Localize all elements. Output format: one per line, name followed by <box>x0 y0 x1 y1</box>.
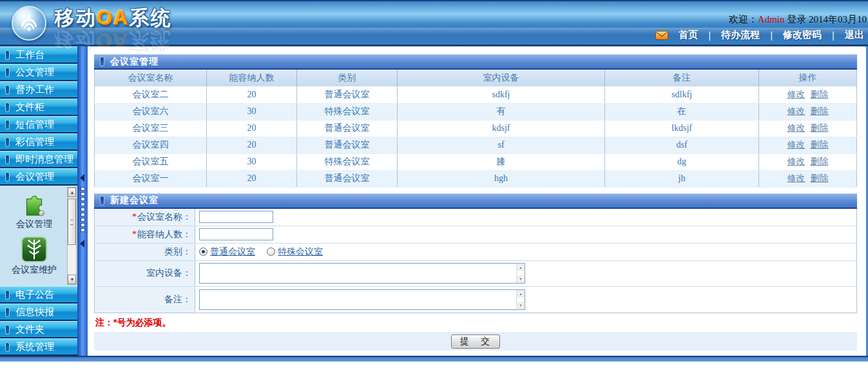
delete-link[interactable]: 删除 <box>811 156 829 166</box>
bullet-icon <box>5 102 10 112</box>
radio-label-special[interactable]: 特殊会议室 <box>278 246 323 258</box>
col-actions: 操作 <box>759 70 857 86</box>
sidebar-splitter[interactable] <box>77 46 88 356</box>
main-layout: 工作台 公文管理 督办工作 文件柜 短信管理 彩信管理 即时消息管理 会议管理 <box>0 46 868 356</box>
scroll-down-icon[interactable]: ▼ <box>517 276 524 282</box>
nav-home[interactable]: 首页 <box>679 29 698 41</box>
nav-separator: | <box>770 30 773 41</box>
logo-glyph <box>17 12 41 35</box>
form-row-capacity: *能容纳人数： <box>95 226 856 244</box>
submenu-item-meeting-mgmt[interactable]: 会议管理 <box>16 189 52 230</box>
submit-button[interactable]: 提 交 <box>451 334 500 349</box>
nav-separator: | <box>708 30 711 41</box>
welcome-login-label: 登录 <box>787 14 806 24</box>
app-title-reflection: 移动OA系统 <box>54 30 172 50</box>
bullet-icon <box>5 172 10 182</box>
table-row: 会议室二 20 普通会议室 sdkfj sdlkfj 修改删除 <box>95 86 857 103</box>
nav-change-password[interactable]: 修改密码 <box>783 29 822 41</box>
remark-textarea[interactable]: ▲ ▼ <box>199 289 525 310</box>
sidebar-item-label: 彩信管理 <box>15 136 54 148</box>
col-capacity: 能容纳人数 <box>207 70 297 86</box>
edit-link[interactable]: 修改 <box>787 173 805 183</box>
delete-link[interactable]: 删除 <box>811 106 829 116</box>
submenu-item-meeting-room-maintain[interactable]: 会议室维护 <box>12 237 57 276</box>
sidebar-item-label: 文件夹 <box>15 324 44 336</box>
sidebar-item-document-mgmt[interactable]: 公文管理 <box>0 64 77 81</box>
welcome-label: 欢迎： <box>729 14 758 24</box>
sidebar-item-label: 会议管理 <box>15 171 54 183</box>
app-title-block: 移动OA系统 移动OA系统 <box>54 8 172 50</box>
table-row: 会议室三 20 普通会议室 kdsjf lkdsjf 修改删除 <box>95 120 857 137</box>
field-label: 类别： <box>164 246 191 258</box>
field-label: 室内设备： <box>146 267 191 279</box>
form-row-name: *会议室名称： <box>95 209 856 226</box>
scroll-up-icon[interactable]: ▲ <box>68 188 76 197</box>
edit-link[interactable]: 修改 <box>787 122 805 133</box>
scroll-down-icon[interactable]: ▼ <box>517 302 524 309</box>
equipment-textarea[interactable]: ▲ ▼ <box>199 263 525 284</box>
radio-normal-room[interactable] <box>199 247 207 256</box>
sidebar-item-sms-mgmt[interactable]: 短信管理 <box>0 116 77 133</box>
sidebar-item-e-announcement[interactable]: 电子公告 <box>0 286 77 304</box>
sidebar-item-label: 文件柜 <box>15 101 44 113</box>
sidebar-item-supervision[interactable]: 督办工作 <box>0 81 77 99</box>
meeting-room-table: 会议室名称 能容纳人数 类别 室内设备 备注 操作 会议室二 20 普通会议室 … <box>94 70 857 188</box>
delete-link[interactable]: 删除 <box>811 89 829 99</box>
edit-link[interactable]: 修改 <box>787 139 805 150</box>
scroll-up-icon[interactable]: ▲ <box>517 291 524 297</box>
collapse-left-icon[interactable] <box>80 240 84 247</box>
bullet-icon <box>5 290 10 300</box>
app-title-oa: OA <box>97 6 130 29</box>
table-row: 会议室四 20 普通会议室 sf dsf 修改删除 <box>95 137 857 153</box>
bullet-icon <box>5 85 10 95</box>
nav-logout[interactable]: 退出 <box>845 29 864 41</box>
edit-link[interactable]: 修改 <box>787 156 805 166</box>
collapse-left-icon[interactable] <box>80 174 84 182</box>
sidebar-item-mms-mgmt[interactable]: 彩信管理 <box>0 133 77 151</box>
new-room-form: *会议室名称： *能容纳人数： 类别： 普通会议室 特殊会议室 室内设备： <box>94 209 857 313</box>
sidebar-item-label: 公文管理 <box>15 66 54 79</box>
sidebar-item-system-mgmt[interactable]: 系统管理 <box>0 338 77 356</box>
sidebar-item-im-mgmt[interactable]: 即时消息管理 <box>0 151 77 168</box>
sidebar-item-file-cabinet[interactable]: 文件柜 <box>0 99 77 116</box>
table-header-row: 会议室名称 能容纳人数 类别 室内设备 备注 操作 <box>95 70 857 86</box>
scroll-up-icon[interactable]: ▲ <box>517 264 524 271</box>
nav-pending-flows[interactable]: 待办流程 <box>721 29 760 41</box>
textarea-scrollbar: ▲ ▼ <box>516 264 525 283</box>
col-category: 类别 <box>297 70 398 86</box>
delete-link[interactable]: 删除 <box>811 139 829 150</box>
envelope-icon <box>655 31 668 40</box>
room-name-input[interactable] <box>199 211 273 223</box>
bullet-icon <box>5 342 10 352</box>
panel-title: 新建会议室 <box>110 195 159 206</box>
submenu-scrollbar[interactable]: ▲ ▼ <box>67 187 77 285</box>
scroll-down-icon[interactable]: ▼ <box>68 275 76 284</box>
delete-link[interactable]: 删除 <box>811 122 829 133</box>
top-banner: 移动OA系统 移动OA系统 欢迎：Admin 登录 2014年03月10 首页 … <box>0 0 868 46</box>
radio-special-room[interactable] <box>267 247 275 256</box>
submit-bar: 提 交 <box>94 333 857 351</box>
puzzle-icon <box>21 189 48 217</box>
splitter-grip[interactable] <box>77 187 88 232</box>
new-room-panel-header: 新建会议室 <box>94 193 857 209</box>
table-row: 会议室六 30 特殊会议室 有 在 修改删除 <box>95 103 857 120</box>
meeting-table-panel-header: 会议室管理 <box>94 54 857 70</box>
edit-link[interactable]: 修改 <box>787 89 805 99</box>
sidebar-item-meeting-mgmt[interactable]: 会议管理 <box>0 168 77 186</box>
field-label: 备注： <box>164 294 191 305</box>
required-mark: * <box>132 229 137 240</box>
delete-link[interactable]: 删除 <box>811 173 829 183</box>
sidebar-item-label: 系统管理 <box>15 341 54 353</box>
radio-label-normal[interactable]: 普通会议室 <box>210 246 255 258</box>
bullet-icon <box>5 325 10 334</box>
scrollbar-thumb[interactable] <box>68 199 76 245</box>
welcome-username: Admin <box>758 14 785 24</box>
sidebar-item-folder[interactable]: 文件夹 <box>0 321 77 338</box>
bullet-icon <box>5 68 10 77</box>
app-title: 移动OA系统 <box>54 8 172 28</box>
sidebar-item-info-bulletin[interactable]: 信息快报 <box>0 304 77 321</box>
edit-link[interactable]: 修改 <box>787 106 805 116</box>
capacity-input[interactable] <box>199 228 273 240</box>
content-area: 会议室管理 会议室名称 能容纳人数 类别 室内设备 备注 操作 会议室二 20 <box>88 46 868 356</box>
submenu-item-label: 会议室维护 <box>12 264 57 276</box>
